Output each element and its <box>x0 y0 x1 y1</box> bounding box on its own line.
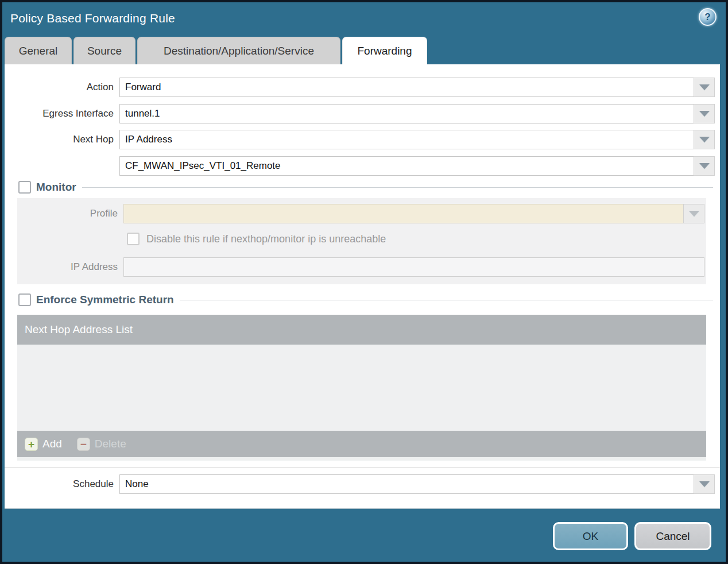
symmetric-return-checkbox[interactable] <box>18 293 31 306</box>
minus-icon: − <box>77 438 90 451</box>
cancel-button[interactable]: Cancel <box>634 522 711 550</box>
delete-button-label: Delete <box>95 438 126 450</box>
add-button-label: Add <box>42 438 62 450</box>
next-hop-type-input[interactable] <box>119 130 694 149</box>
egress-interface-combo <box>119 104 715 123</box>
disable-rule-label: Disable this rule if nexthop/monitor ip … <box>146 233 386 245</box>
monitor-section-header: Monitor <box>17 181 713 195</box>
monitor-panel: Profile Disable this rule if nexthop/mon… <box>17 198 706 284</box>
tab-forwarding[interactable]: Forwarding <box>342 37 427 64</box>
monitor-legend: Monitor <box>17 180 82 194</box>
chevron-down-icon <box>699 111 710 117</box>
next-hop-label: Next Hop <box>5 134 119 145</box>
next-hop-type-dropdown-button[interactable] <box>694 130 715 149</box>
ok-button[interactable]: OK <box>553 522 628 550</box>
section-divider <box>5 468 720 468</box>
add-button[interactable]: + Add <box>25 438 62 451</box>
egress-interface-dropdown-button[interactable] <box>694 104 715 123</box>
help-icon[interactable]: ? <box>699 8 717 26</box>
fieldset-line <box>17 187 713 188</box>
disable-rule-row: Disable this rule if nexthop/monitor ip … <box>127 233 386 245</box>
next-hop-address-combo <box>119 156 715 176</box>
egress-interface-input[interactable] <box>119 104 694 123</box>
monitor-ip-input <box>123 257 704 277</box>
symmetric-return-title: Enforce Symmetric Return <box>36 293 174 307</box>
egress-interface-label: Egress Interface <box>5 108 119 119</box>
chevron-down-icon <box>699 481 710 487</box>
table-bottom-strip <box>17 457 706 461</box>
chevron-down-icon <box>699 137 710 142</box>
action-label: Action <box>5 82 119 93</box>
schedule-input[interactable] <box>119 474 694 494</box>
table-footer-toolbar: + Add − Delete <box>17 431 706 457</box>
action-combo <box>119 78 715 97</box>
monitor-profile-row: Profile <box>17 204 704 223</box>
chevron-down-icon <box>689 211 699 217</box>
table-column-header: Next Hop Address List <box>17 315 706 345</box>
action-dropdown-button[interactable] <box>694 78 715 97</box>
next-hop-address-dropdown-button[interactable] <box>694 156 715 176</box>
monitor-title: Monitor <box>36 180 76 194</box>
tab-destination-application-service[interactable]: Destination/Application/Service <box>137 37 340 64</box>
dialog-titlebar: Policy Based Forwarding Rule ? <box>2 2 726 36</box>
action-row: Action <box>5 78 715 97</box>
symmetric-return-section-header: Enforce Symmetric Return <box>17 293 713 307</box>
monitor-profile-dropdown-button <box>683 204 704 223</box>
monitor-profile-label: Profile <box>17 208 123 219</box>
monitor-ip-label: IP Address <box>17 261 123 273</box>
next-hop-row: Next Hop <box>5 130 715 149</box>
chevron-down-icon <box>699 163 710 169</box>
tab-general[interactable]: General <box>5 37 72 64</box>
schedule-row: Schedule <box>5 474 715 494</box>
tab-source[interactable]: Source <box>73 37 135 64</box>
action-input[interactable] <box>119 78 694 97</box>
next-hop-type-combo <box>119 130 715 149</box>
next-hop-address-row <box>5 156 715 176</box>
egress-interface-row: Egress Interface <box>5 104 715 123</box>
schedule-combo <box>119 474 715 494</box>
next-hop-address-list-table: Next Hop Address List + Add − Delete <box>17 315 706 461</box>
schedule-label: Schedule <box>5 478 119 490</box>
tab-bar: General Source Destination/Application/S… <box>5 37 427 64</box>
schedule-dropdown-button[interactable] <box>694 474 715 494</box>
symmetric-return-legend: Enforce Symmetric Return <box>17 293 180 307</box>
monitor-profile-combo <box>123 204 704 223</box>
pbf-rule-dialog: Policy Based Forwarding Rule ? General S… <box>2 2 726 562</box>
monitor-ip-row: IP Address <box>17 257 704 277</box>
forwarding-tab-panel: Action Egress Interface Next Hop <box>5 64 720 509</box>
delete-button: − Delete <box>77 438 126 451</box>
dialog-title: Policy Based Forwarding Rule <box>10 11 175 25</box>
disable-rule-checkbox <box>127 233 140 245</box>
table-body[interactable] <box>17 345 706 431</box>
plus-icon: + <box>25 438 38 451</box>
monitor-profile-input <box>123 204 683 223</box>
monitor-checkbox[interactable] <box>18 181 31 194</box>
next-hop-address-input[interactable] <box>119 156 694 176</box>
chevron-down-icon <box>699 84 710 90</box>
